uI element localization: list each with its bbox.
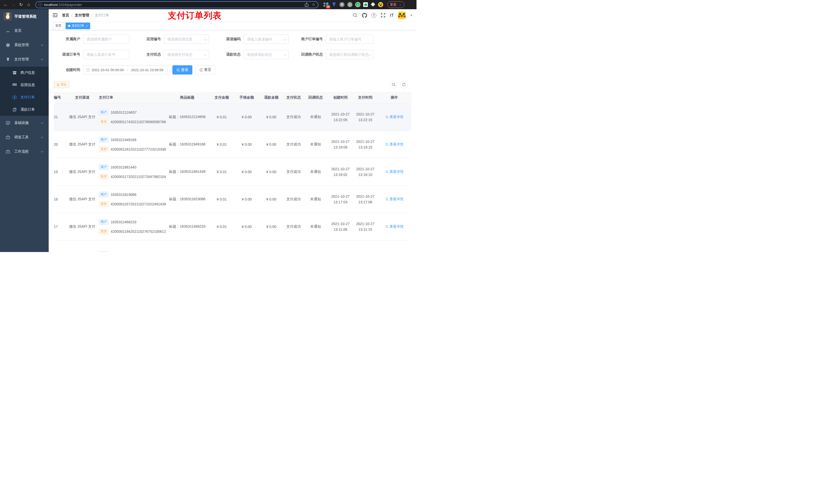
profile-avatar-icon[interactable] — [378, 2, 383, 7]
logo-rabbit-image — [4, 12, 12, 21]
sidebar-item-pay[interactable]: ¥ 支付管理 — [0, 52, 49, 67]
table-header: 编号 支付渠道 支付订单 商品标题 支付金额 手续金额 退款金额 支付状态 回调… — [54, 92, 411, 103]
active-dot — [68, 25, 70, 27]
table-row: 19 微信 JSAPI 支付 商户1635311881440 支付4200001… — [54, 158, 411, 186]
collapse-sidebar-icon[interactable] — [53, 13, 57, 17]
monitor-chart-icon — [6, 121, 10, 125]
breadcrumb-current: 支付订单 — [95, 13, 109, 18]
merchant-select[interactable] — [83, 34, 129, 44]
table-row: 18 微信 JSAPI 支付 商户1635311823086 支付4200001… — [54, 186, 411, 213]
pay-submenu: 商户信息 应用信息 ¥ 支付订单 退款订单 — [0, 67, 49, 116]
search-button[interactable]: 搜索 — [172, 65, 192, 74]
breadcrumb-home[interactable]: 首页 — [62, 13, 69, 18]
search-icon[interactable] — [353, 13, 358, 18]
sidebar-item-workflow[interactable]: 工作流程 — [0, 144, 49, 159]
download-icon — [56, 83, 60, 86]
channel-code-select[interactable] — [244, 34, 289, 44]
sidebar-item-pay-order[interactable]: ¥ 支付订单 — [0, 91, 49, 103]
forward-icon[interactable]: → — [10, 2, 16, 8]
chrome-menu-icon[interactable]: ⋮ — [399, 3, 402, 7]
fullscreen-icon[interactable] — [381, 13, 385, 18]
date-start: 2021-10-01 00:00:00 — [92, 68, 124, 72]
app-select[interactable] — [164, 34, 209, 44]
refresh-button[interactable] — [400, 81, 408, 88]
view-detail-link[interactable]: 查看详情 — [385, 115, 403, 119]
extension-record-icon[interactable] — [347, 2, 353, 7]
chevron-down-icon — [41, 122, 44, 124]
orders-table: 编号 支付渠道 支付订单 商品标题 支付金额 手续金额 退款金额 支付状态 回调… — [54, 92, 411, 252]
merchant-tag: 商户 — [99, 192, 109, 197]
home-icon[interactable]: ⌂ — [26, 2, 32, 8]
sidebar-item-app-info[interactable]: 应用信息 — [0, 79, 49, 91]
extension-kite-icon[interactable] — [331, 2, 337, 7]
yen-circle-icon: ¥ — [12, 95, 17, 99]
grid-icon — [12, 83, 17, 87]
back-icon[interactable]: ← — [3, 2, 9, 8]
channel-order-no-input[interactable] — [83, 50, 129, 59]
user-avatar[interactable] — [398, 11, 406, 19]
sidebar-item-devtools[interactable]: 研发工具 — [0, 130, 49, 144]
table-row: 17 微信 JSAPI 支付 商户1635311468233 支付4200001… — [54, 213, 411, 240]
sidebar-item-merchant-info[interactable]: 商户信息 — [0, 67, 49, 79]
tab-home[interactable]: 首页 — [53, 23, 64, 29]
table-row: 商户1635311251736 — [54, 240, 411, 252]
share-icon[interactable] — [305, 3, 308, 7]
filter-create-time: 创建时间 2021-10-01 00:00:00 - 2021-10-31 23… — [54, 65, 168, 74]
reload-icon[interactable]: ↻ — [18, 2, 24, 8]
extension-badge: 10 — [326, 5, 330, 8]
shop-icon — [12, 71, 17, 74]
breadcrumb-pay[interactable]: 支付管理 — [75, 13, 89, 18]
page-content: 所属商户 应用编号 渠道编码 商户订单编号 — [49, 30, 416, 252]
sidebar: 芋道管理系统 首页 系统管理 ¥ 支付管理 商户信息 — [0, 9, 49, 252]
refund-status-select[interactable] — [244, 50, 289, 59]
date-range-picker[interactable]: 2021-10-01 00:00:00 - 2021-10-31 23:59:5… — [83, 65, 168, 74]
magnifier-icon — [385, 116, 388, 119]
export-button[interactable]: 导出 — [54, 81, 69, 88]
annotation-title: 支付订单列表 — [168, 10, 221, 22]
tags-view: 首页 支付订单 × — [49, 22, 416, 30]
document-copy-icon — [12, 108, 17, 112]
pay-tag: 支付 — [99, 146, 109, 152]
site-info-icon[interactable]: i — [39, 3, 42, 6]
chrome-update-button[interactable]: 更新 ⋮ — [387, 1, 404, 8]
view-detail-link[interactable]: 查看详情 — [385, 224, 403, 229]
extension-diamond-icon[interactable]: 10 — [324, 2, 329, 7]
close-icon[interactable]: × — [86, 24, 88, 27]
view-detail-link[interactable]: 查看详情 — [385, 170, 403, 174]
app-logo[interactable]: 芋道管理系统 — [0, 9, 49, 24]
reset-button[interactable]: 重置 — [195, 65, 215, 74]
chevron-down-icon — [41, 44, 44, 46]
view-detail-link[interactable]: 查看详情 — [385, 142, 403, 147]
show-search-button[interactable] — [390, 81, 398, 88]
view-detail-link[interactable]: 查看详情 — [385, 197, 403, 201]
extension-chat-icon[interactable] — [363, 2, 368, 7]
address-bar[interactable]: i localhost:1024/pay/order ☆ — [35, 1, 318, 8]
extensions-puzzle-icon[interactable] — [371, 2, 375, 7]
help-icon[interactable]: ? — [372, 13, 376, 18]
sidebar-item-home[interactable]: 首页 — [0, 24, 49, 38]
date-end: 2021-10-31 23:59:59 — [131, 68, 163, 72]
notify-status-select[interactable] — [326, 50, 374, 59]
filter-refund-status: 退款状态 — [219, 50, 289, 59]
tab-pay-order[interactable]: 支付订单 × — [66, 23, 90, 29]
refresh-icon — [199, 68, 203, 72]
magnifier-icon — [385, 143, 388, 146]
sidebar-item-infra[interactable]: 基础设施 — [0, 116, 49, 130]
merchant-tag: 商户 — [99, 164, 109, 170]
github-icon[interactable] — [362, 13, 367, 18]
chevron-down-icon — [41, 151, 44, 153]
chevron-down-icon — [41, 137, 44, 138]
url-text: localhost:1024/pay/order — [44, 3, 82, 7]
pay-status-select[interactable] — [164, 50, 209, 59]
sidebar-item-refund-order[interactable]: 退款订单 — [0, 103, 49, 116]
yen-icon: ¥ — [6, 57, 10, 62]
sidebar-item-system[interactable]: 系统管理 — [0, 38, 49, 52]
app-title: 芋道管理系统 — [14, 14, 37, 19]
merchant-order-no-input[interactable] — [326, 34, 374, 44]
avatar-caret-icon[interactable]: ▼ — [410, 14, 412, 17]
top-navbar: 首页 / 支付管理 / 支付订单 支付订单列表 ? tT ▼ — [49, 9, 416, 22]
extension-y-icon[interactable]: y — [355, 2, 360, 7]
extension-command-icon[interactable]: ⌘ — [339, 2, 344, 7]
font-size-icon[interactable]: tT — [390, 13, 394, 18]
bookmark-star-icon[interactable]: ☆ — [312, 2, 315, 7]
